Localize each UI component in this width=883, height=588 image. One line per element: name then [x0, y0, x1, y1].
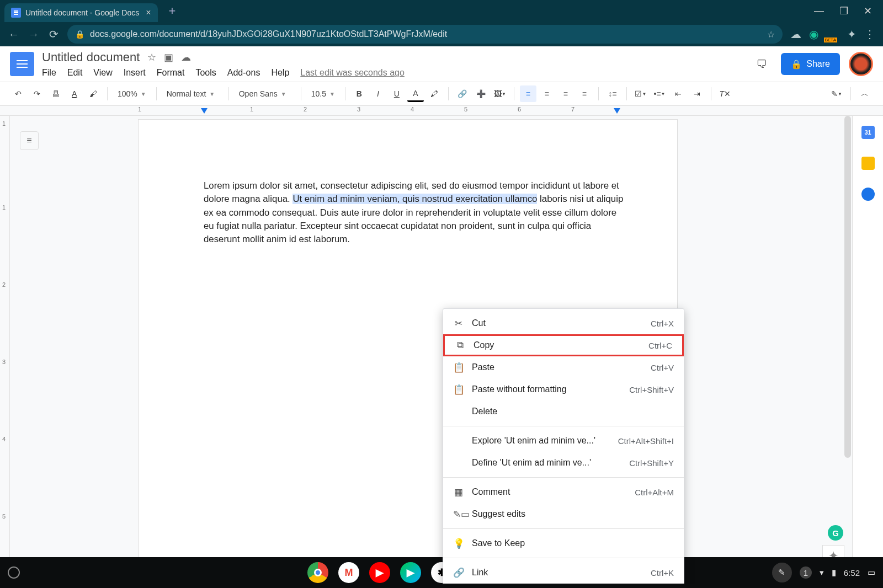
- cloud-status-icon[interactable]: ☁: [181, 51, 191, 63]
- gmail-app-icon[interactable]: M: [338, 562, 359, 583]
- url-text: docs.google.com/document/d/18yuhJDxGOi28…: [90, 29, 447, 39]
- indent-marker-right[interactable]: [614, 108, 620, 114]
- menu-help[interactable]: Help: [271, 68, 289, 78]
- italic-icon[interactable]: I: [370, 85, 386, 102]
- grammarly-ext-icon[interactable]: ◉: [809, 28, 818, 41]
- redo-icon[interactable]: ↷: [29, 85, 45, 102]
- align-left-icon[interactable]: ≡: [520, 85, 536, 102]
- new-tab-button[interactable]: +: [169, 4, 176, 18]
- vertical-ruler[interactable]: 1 1 2 3 4 5: [0, 116, 10, 584]
- ctx-shortcut: Ctrl+X: [651, 319, 674, 328]
- collapse-toolbar-icon[interactable]: ︿: [857, 85, 873, 102]
- ctx-define-ut-enim-ad-minim-ve[interactable]: Define 'Ut enim ad minim ve...'Ctrl+Shif…: [443, 452, 684, 474]
- ctx-link[interactable]: 🔗LinkCtrl+K: [443, 562, 684, 584]
- ctx-save-to-keep[interactable]: 💡Save to Keep: [443, 532, 684, 554]
- scrollbar[interactable]: [844, 116, 851, 458]
- menu-insert[interactable]: Insert: [124, 68, 146, 78]
- indent-marker-left[interactable]: [201, 108, 208, 114]
- menu-view[interactable]: View: [93, 68, 112, 78]
- forward-icon[interactable]: →: [28, 28, 40, 41]
- document-title[interactable]: Untitled document: [42, 50, 140, 65]
- cloud-ext-icon[interactable]: ☁: [790, 28, 801, 41]
- textcolor-icon[interactable]: A: [407, 85, 424, 102]
- ctx-label: Link: [472, 568, 643, 578]
- align-right-icon[interactable]: ≡: [557, 85, 574, 102]
- tab-close-icon[interactable]: ×: [146, 8, 151, 18]
- reload-icon[interactable]: ⟳: [47, 28, 60, 41]
- star-icon[interactable]: ☆: [147, 51, 156, 63]
- ctx-paste-without-formatting[interactable]: 📋Paste without formattingCtrl+Shift+V: [443, 378, 684, 400]
- menu-file[interactable]: File: [42, 68, 56, 78]
- ctx-shortcut: Ctrl+Alt+Shift+I: [618, 436, 674, 446]
- align-center-icon[interactable]: ≡: [539, 85, 555, 102]
- suggest-icon: ✎▭: [453, 509, 464, 520]
- grammarly-fab-icon[interactable]: G: [828, 525, 843, 541]
- chrome-menu-icon[interactable]: ⋮: [864, 28, 875, 41]
- close-window-icon[interactable]: ✕: [864, 5, 872, 17]
- horizontal-ruler[interactable]: 1 1 2 3 4 5 6 7: [0, 106, 883, 116]
- chrome-app-icon[interactable]: [307, 562, 328, 583]
- print-icon[interactable]: 🖶: [47, 85, 64, 102]
- ctx-suggest-edits[interactable]: ✎▭Suggest edits: [443, 503, 684, 525]
- stylus-icon[interactable]: ✎: [772, 563, 792, 582]
- paint-format-icon[interactable]: 🖌: [85, 85, 102, 102]
- checklist-icon[interactable]: ☑▼: [632, 85, 649, 102]
- browser-tab[interactable]: Untitled document - Google Docs ×: [4, 3, 158, 22]
- clear-format-icon[interactable]: T✕: [717, 85, 733, 102]
- fontsize-select[interactable]: 10.5▼: [307, 86, 339, 101]
- zoom-select[interactable]: 100%▼: [113, 86, 151, 101]
- style-select[interactable]: Normal text▼: [162, 86, 223, 101]
- launcher-icon[interactable]: [8, 566, 20, 579]
- docs-logo-icon[interactable]: [10, 52, 34, 76]
- youtube-app-icon[interactable]: ▶: [369, 562, 390, 583]
- indent-decrease-icon[interactable]: ⇤: [670, 85, 687, 102]
- tray-icon[interactable]: ▭: [868, 568, 875, 578]
- keep-icon[interactable]: [861, 157, 875, 170]
- ctx-paste[interactable]: 📋PasteCtrl+V: [443, 356, 684, 378]
- maximize-icon[interactable]: ❐: [839, 5, 848, 17]
- ctx-cut[interactable]: ✂CutCtrl+X: [443, 312, 684, 334]
- account-avatar[interactable]: [849, 52, 873, 76]
- wifi-icon[interactable]: ▾: [820, 568, 824, 578]
- add-comment-icon[interactable]: ➕: [473, 85, 490, 102]
- clock[interactable]: 6:52: [844, 568, 860, 578]
- linespacing-icon[interactable]: ↕≡: [604, 85, 621, 102]
- ctx-explore-ut-enim-ad-minim-ve[interactable]: Explore 'Ut enim ad minim ve...'Ctrl+Alt…: [443, 430, 684, 452]
- bulletlist-icon[interactable]: •≡▼: [651, 85, 668, 102]
- move-icon[interactable]: ▣: [164, 51, 173, 63]
- bookmark-star-icon[interactable]: ☆: [767, 29, 775, 40]
- document-body[interactable]: Lorem ipsum dolor sit amet, consectetur …: [204, 179, 627, 247]
- editmode-icon[interactable]: ✎▼: [828, 85, 845, 102]
- spellcheck-icon[interactable]: A̲: [66, 85, 83, 102]
- menu-addons[interactable]: Add-ons: [227, 68, 260, 78]
- outline-toggle-icon[interactable]: ≡: [20, 131, 39, 150]
- notif-count[interactable]: 1: [800, 566, 812, 579]
- last-edit-text[interactable]: Last edit was seconds ago: [300, 68, 405, 78]
- play-app-icon[interactable]: ▶: [400, 562, 421, 583]
- share-button[interactable]: 🔒 Share: [781, 53, 840, 75]
- align-justify-icon[interactable]: ≡: [576, 85, 593, 102]
- comments-icon[interactable]: 🗨: [751, 54, 772, 74]
- menu-format[interactable]: Format: [157, 68, 185, 78]
- undo-icon[interactable]: ↶: [10, 85, 26, 102]
- image-icon[interactable]: 🖼▼: [492, 85, 508, 102]
- ctx-delete[interactable]: Delete: [443, 400, 684, 423]
- indent-increase-icon[interactable]: ⇥: [689, 85, 705, 102]
- ctx-comment[interactable]: ▦CommentCtrl+Alt+M: [443, 481, 684, 503]
- menu-edit[interactable]: Edit: [67, 68, 83, 78]
- url-input[interactable]: 🔒 docs.google.com/document/d/18yuhJDxGOi…: [67, 25, 783, 44]
- back-icon[interactable]: ←: [8, 28, 20, 41]
- extensions-icon[interactable]: ✦: [847, 28, 857, 41]
- docs-favicon: [11, 8, 21, 18]
- link-icon[interactable]: 🔗: [454, 85, 471, 102]
- highlight-icon[interactable]: 🖍: [426, 85, 443, 102]
- ctx-copy[interactable]: ⧉CopyCtrl+C: [443, 334, 684, 356]
- battery-icon[interactable]: ▮: [832, 568, 836, 578]
- menu-tools[interactable]: Tools: [195, 68, 216, 78]
- calendar-icon[interactable]: 31: [861, 126, 875, 139]
- font-select[interactable]: Open Sans▼: [235, 86, 295, 101]
- tasks-icon[interactable]: [861, 188, 875, 201]
- bold-icon[interactable]: B: [351, 85, 368, 102]
- underline-icon[interactable]: U: [389, 85, 405, 102]
- minimize-icon[interactable]: —: [814, 5, 824, 17]
